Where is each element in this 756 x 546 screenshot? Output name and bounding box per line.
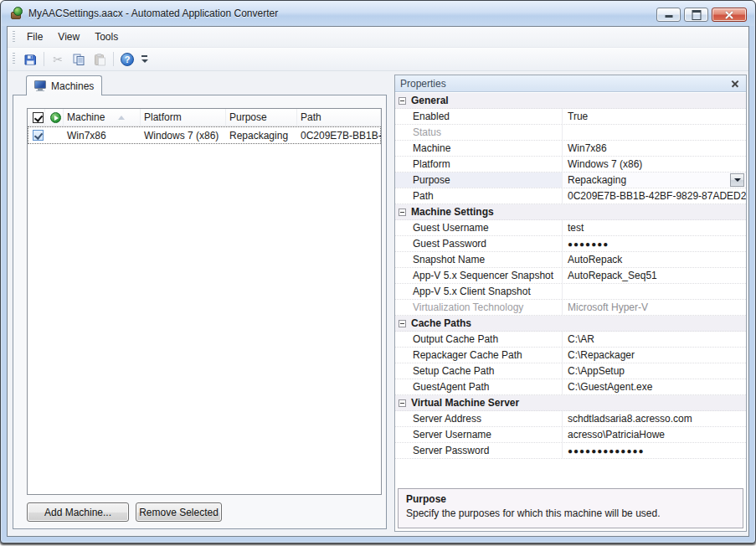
- property-value[interactable]: C:\AR: [563, 332, 746, 347]
- property-label: Setup Cache Path: [395, 363, 563, 379]
- property-value[interactable]: Windows 7 (x86): [563, 157, 746, 172]
- property-label: Guest Password: [395, 236, 563, 251]
- property-row-guest-password[interactable]: Guest Password ●●●●●●●: [395, 236, 746, 252]
- property-value[interactable]: acresso\PatriciaHowe: [563, 427, 746, 442]
- row-checkbox[interactable]: [33, 130, 44, 141]
- select-all-checkbox[interactable]: [33, 112, 44, 123]
- category-general[interactable]: General: [395, 93, 746, 109]
- property-label: Output Cache Path: [395, 332, 563, 347]
- select-all-column-header[interactable]: [28, 109, 45, 126]
- help-icon: ?: [121, 53, 134, 66]
- add-machine-button[interactable]: Add Machine...: [27, 502, 129, 522]
- category-label: Virtual Machine Server: [411, 397, 519, 409]
- property-row-virtualization-technology[interactable]: Virtualization Technology Microsoft Hype…: [395, 300, 746, 316]
- column-header-purpose[interactable]: Purpose: [226, 109, 297, 126]
- row-checkbox-cell: [28, 130, 45, 141]
- property-row-purpose[interactable]: Purpose Repackaging: [395, 173, 746, 188]
- collapse-icon[interactable]: [399, 399, 406, 407]
- property-value[interactable]: schdtladsaria8.acresso.com: [563, 411, 746, 426]
- column-header-platform[interactable]: Platform: [141, 109, 226, 126]
- property-row-setup-cache-path[interactable]: Setup Cache Path C:\AppSetup: [395, 363, 746, 379]
- property-value[interactable]: C:\AppSetup: [563, 363, 746, 379]
- property-row-appv-client-snapshot[interactable]: App-V 5.x Client Snapshot: [395, 284, 746, 300]
- property-label: Machine: [395, 141, 563, 156]
- property-row-guest-username[interactable]: Guest Username test: [395, 220, 746, 236]
- toolbar-separator: [113, 52, 114, 66]
- property-value[interactable]: Repackaging: [563, 173, 746, 188]
- property-value[interactable]: [563, 284, 746, 299]
- dropdown-button[interactable]: [730, 173, 744, 187]
- description-title: Purpose: [406, 493, 735, 505]
- property-row-output-cache-path[interactable]: Output Cache Path C:\AR: [395, 332, 746, 348]
- column-header-platform-label: Platform: [144, 111, 182, 123]
- category-machine-settings[interactable]: Machine Settings: [395, 204, 746, 220]
- property-value-masked[interactable]: ●●●●●●●: [563, 236, 746, 251]
- paste-button[interactable]: [90, 49, 110, 69]
- property-label: Enabled: [395, 109, 563, 124]
- table-row[interactable]: Win7x86 Windows 7 (x86) Repackaging 0C20…: [28, 126, 381, 144]
- category-label: Machine Settings: [411, 206, 494, 218]
- property-value[interactable]: AutoRepack_Seq51: [563, 268, 746, 283]
- property-row-server-address[interactable]: Server Address schdtladsaria8.acresso.co…: [395, 411, 746, 427]
- property-value[interactable]: Win7x86: [563, 141, 746, 156]
- toolbar-overflow-button[interactable]: [140, 49, 151, 69]
- property-row-status[interactable]: Status: [395, 125, 746, 141]
- column-header-path[interactable]: Path: [297, 109, 381, 126]
- cut-button[interactable]: ✂: [48, 49, 68, 69]
- maximize-button[interactable]: [684, 8, 708, 22]
- column-header-machine[interactable]: Machine: [64, 109, 141, 126]
- property-value[interactable]: 0C209E7B-BB1B-42BF-9829-87ADED2EB: [563, 188, 746, 203]
- help-button[interactable]: ?: [117, 49, 137, 69]
- window-title: MyAACSettings.aacx - Automated Applicati…: [28, 8, 278, 19]
- property-value[interactable]: AutoRepack: [563, 252, 746, 267]
- purpose-value-text: Repackaging: [568, 174, 626, 186]
- status-column-header[interactable]: [45, 109, 64, 126]
- property-value-masked[interactable]: ●●●●●●●●●●●●●: [563, 443, 746, 458]
- tab-machines[interactable]: Machines: [26, 75, 102, 95]
- property-label: Guest Username: [395, 220, 563, 235]
- window-inner: File View Tools ✂: [7, 26, 749, 537]
- remove-selected-button[interactable]: Remove Selected: [136, 502, 222, 522]
- collapse-icon[interactable]: [399, 97, 406, 105]
- close-button[interactable]: [712, 8, 747, 22]
- app-window: MyAACSettings.aacx - Automated Applicati…: [0, 0, 756, 543]
- properties-panel-header: Properties: [395, 75, 746, 92]
- property-value[interactable]: test: [563, 220, 746, 235]
- collapse-icon[interactable]: [399, 320, 406, 327]
- titlebar[interactable]: MyAACSettings.aacx - Automated Applicati…: [2, 1, 754, 26]
- property-label: Snapshot Name: [395, 252, 563, 267]
- category-virtual-machine-server[interactable]: Virtual Machine Server: [395, 395, 746, 411]
- property-value[interactable]: C:\GuestAgent.exe: [563, 379, 746, 394]
- property-row-server-password[interactable]: Server Password ●●●●●●●●●●●●●: [395, 443, 746, 459]
- properties-close-icon[interactable]: [729, 78, 741, 90]
- property-row-snapshot-name[interactable]: Snapshot Name AutoRepack: [395, 252, 746, 268]
- minimize-button[interactable]: [656, 8, 681, 22]
- app-icon: [10, 7, 23, 20]
- save-button[interactable]: [20, 49, 40, 69]
- property-row-guestagent-path[interactable]: GuestAgent Path C:\GuestAgent.exe: [395, 379, 746, 395]
- collapse-icon[interactable]: [399, 209, 406, 216]
- sort-ascending-icon: [118, 116, 125, 120]
- menu-view[interactable]: View: [50, 28, 87, 46]
- machine-list-header: Machine Platform Purpose Path: [28, 109, 381, 126]
- copy-button[interactable]: [69, 49, 89, 69]
- property-label: Server Address: [395, 411, 563, 426]
- property-row-machine[interactable]: Machine Win7x86: [395, 141, 746, 157]
- cell-path: 0C209E7B-BB1B-...: [297, 130, 381, 142]
- menu-tools[interactable]: Tools: [87, 28, 126, 46]
- category-label: Cache Paths: [411, 317, 471, 329]
- property-value[interactable]: True: [563, 109, 746, 124]
- property-row-appv-sequencer-snapshot[interactable]: App-V 5.x Sequencer Snapshot AutoRepack_…: [395, 268, 746, 284]
- property-row-server-username[interactable]: Server Username acresso\PatriciaHowe: [395, 427, 746, 443]
- menu-file[interactable]: File: [19, 28, 50, 46]
- category-cache-paths[interactable]: Cache Paths: [395, 316, 746, 332]
- property-row-enabled[interactable]: Enabled True: [395, 109, 746, 125]
- property-value[interactable]: C:\Repackager: [563, 348, 746, 363]
- property-label: Server Username: [395, 427, 563, 442]
- property-row-path[interactable]: Path 0C209E7B-BB1B-42BF-9829-87ADED2EB: [395, 188, 746, 204]
- property-label: Server Password: [395, 443, 563, 458]
- property-row-platform[interactable]: Platform Windows 7 (x86): [395, 157, 746, 173]
- menubar-grip-icon: [13, 31, 15, 44]
- property-row-repackager-cache-path[interactable]: Repackager Cache Path C:\Repackager: [395, 348, 746, 363]
- category-label: General: [411, 95, 449, 106]
